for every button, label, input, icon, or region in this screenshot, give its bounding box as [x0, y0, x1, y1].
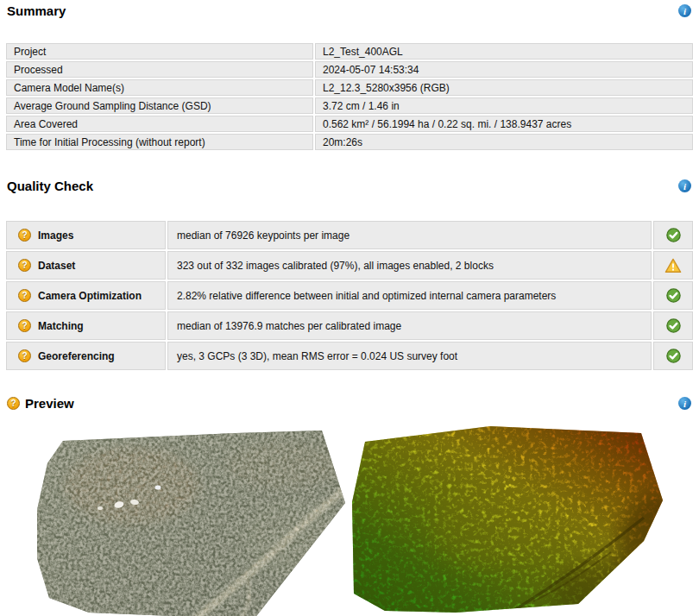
summary-row-value: 0.562 km² / 56.1994 ha / 0.22 sq. mi. / … [315, 116, 693, 132]
preview-dsm-image [352, 424, 664, 613]
quality-check-table: ? Images median of 76926 keypoints per i… [4, 219, 695, 372]
status-cell [653, 311, 693, 340]
summary-title: Summary [7, 3, 66, 18]
check-icon [666, 228, 681, 242]
preview-title: Preview [25, 396, 74, 411]
quality-row-camera-optimization: ? Camera Optimization 2.82% relative dif… [6, 281, 693, 310]
quality-row-label: Images [38, 229, 73, 242]
quality-row-label: Dataset [38, 260, 75, 272]
check-icon [666, 288, 681, 303]
quality-row-matching: ? Matching median of 13976.9 matches per… [6, 311, 693, 340]
quality-row-label: Matching [38, 320, 84, 332]
help-icon[interactable]: ? [18, 259, 31, 272]
summary-row-label: Project [6, 43, 313, 60]
preview-header: ? Preview i [0, 393, 699, 411]
quality-row-label: Camera Optimization [38, 290, 142, 302]
preview-images [37, 424, 699, 616]
summary-row: Area Covered 0.562 km² / 56.1994 ha / 0.… [6, 116, 693, 132]
summary-row-value: L2_Test_400AGL [315, 43, 693, 60]
summary-row-value: 3.72 cm / 1.46 in [315, 97, 693, 114]
info-icon[interactable]: i [678, 179, 691, 192]
quality-report-page: Summary i Project L2_Test_400AGL Process… [0, 0, 699, 616]
info-icon[interactable]: i [678, 397, 691, 410]
summary-row: Time for Initial Processing (without rep… [6, 134, 693, 150]
help-icon[interactable]: ? [7, 397, 20, 410]
warning-icon [664, 258, 682, 273]
quality-row-description: median of 76926 keypoints per image [167, 221, 652, 249]
summary-header: Summary i [0, 0, 699, 18]
quality-row-description: yes, 3 GCPs (3 3D), mean RMS error = 0.0… [167, 342, 652, 370]
quality-row-images: ? Images median of 76926 keypoints per i… [6, 221, 693, 249]
status-cell [653, 281, 693, 310]
summary-row-label: Area Covered [6, 116, 313, 132]
summary-row-label: Average Ground Sampling Distance (GSD) [6, 97, 313, 114]
quality-check-header: Quality Check i [0, 175, 699, 193]
info-icon[interactable]: i [678, 4, 691, 17]
quality-row-label: Georeferencing [38, 350, 115, 362]
summary-row: Average Ground Sampling Distance (GSD) 3… [6, 97, 693, 114]
quality-check-title: Quality Check [7, 179, 93, 193]
help-icon[interactable]: ? [18, 229, 31, 242]
preview-orthomosaic-image [37, 431, 345, 616]
quality-row-dataset: ? Dataset 323 out of 332 images calibrat… [6, 251, 693, 280]
help-icon[interactable]: ? [18, 319, 31, 332]
summary-row: Processed 2024-05-07 14:53:34 [6, 61, 693, 78]
summary-row-label: Time for Initial Processing (without rep… [6, 134, 313, 150]
quality-row-description: 323 out of 332 images calibrated (97%), … [167, 251, 652, 280]
quality-row-description: median of 13976.9 matches per calibrated… [167, 311, 652, 340]
status-cell [653, 342, 693, 370]
check-icon [666, 349, 681, 363]
summary-table: Project L2_Test_400AGL Processed 2024-05… [4, 41, 695, 152]
status-cell [653, 221, 693, 249]
summary-row: Camera Model Name(s) L2_12.3_5280x3956 (… [6, 79, 693, 96]
help-icon[interactable]: ? [18, 289, 31, 302]
help-icon[interactable]: ? [18, 349, 31, 362]
summary-row-label: Camera Model Name(s) [6, 79, 313, 96]
summary-row-value: 2024-05-07 14:53:34 [315, 61, 693, 78]
quality-row-georeferencing: ? Georeferencing yes, 3 GCPs (3 3D), mea… [6, 342, 693, 370]
status-cell [653, 251, 693, 280]
summary-row: Project L2_Test_400AGL [6, 43, 693, 60]
summary-row-value: 20m:26s [315, 134, 693, 150]
quality-row-description: 2.82% relative difference between initia… [167, 281, 652, 310]
summary-row-label: Processed [6, 61, 313, 78]
check-icon [666, 318, 681, 333]
summary-row-value: L2_12.3_5280x3956 (RGB) [315, 79, 693, 96]
